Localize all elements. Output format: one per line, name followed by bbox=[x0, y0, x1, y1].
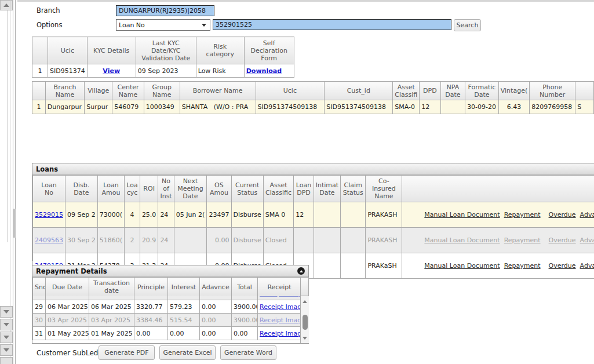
branch-input[interactable] bbox=[116, 5, 214, 16]
actions-header bbox=[402, 176, 594, 202]
co-insured-cell: PRAKaSH bbox=[366, 253, 402, 279]
triangle-down-icon bbox=[3, 348, 9, 352]
left-scrollbar-track[interactable] bbox=[8, 10, 8, 242]
repayment-panel: Repayment Details Snc Due Date Transacti… bbox=[32, 265, 309, 344]
scroll-up-button[interactable] bbox=[301, 297, 309, 305]
overdue-link[interactable]: Overdue bbox=[549, 262, 576, 270]
loans-table: Loan No Disb. Date Loan Amou Loa cyc ROI… bbox=[32, 175, 594, 279]
repayment-scroll-viewport[interactable]: 28 06 Feb 2025 06 Feb 2025 3161.61 738.3… bbox=[32, 296, 301, 344]
row-number-header bbox=[32, 82, 46, 100]
next-meeting-date-cell bbox=[174, 228, 206, 253]
scroll-down-button[interactable] bbox=[0, 344, 13, 356]
principle-cell: 3384.46 bbox=[134, 314, 168, 327]
scroll-down-button[interactable] bbox=[0, 306, 13, 318]
advance-link[interactable]: Advance bbox=[580, 262, 594, 270]
repayment-link[interactable]: Repayment bbox=[504, 211, 541, 219]
co-insured-name-header: Co-Insured Name bbox=[366, 176, 402, 202]
receipt-image-link[interactable]: Receipt Image bbox=[260, 330, 301, 337]
triangle-up-icon bbox=[303, 300, 307, 303]
repayment-panel-header[interactable]: Repayment Details bbox=[32, 265, 308, 277]
frame-scrollbar-rail[interactable] bbox=[13, 0, 16, 364]
receipt-image-link[interactable]: Receipt Image bbox=[260, 296, 301, 297]
top-frame-border bbox=[17, 0, 594, 2]
disb-date-cell: 09 Sep 2 bbox=[65, 202, 98, 228]
row-number-header bbox=[32, 37, 48, 64]
view-link[interactable]: View bbox=[103, 67, 120, 75]
scroll-down-button[interactable] bbox=[0, 319, 13, 330]
manual-loan-document-link[interactable]: Manual Loan Document bbox=[424, 236, 500, 244]
asset-classification-cell: Closed bbox=[263, 228, 293, 253]
options-label: Options bbox=[37, 21, 62, 29]
frame-scrollbar-thumb[interactable] bbox=[13, 209, 16, 238]
advance-cell: 0.00 bbox=[200, 314, 232, 327]
download-link[interactable]: Download bbox=[246, 67, 282, 75]
loan-actions-cell: Manual Loan DocumentRepaymentOverdueAdva… bbox=[402, 202, 594, 228]
branch-field-wrap bbox=[116, 5, 214, 16]
search-input[interactable] bbox=[213, 19, 451, 30]
loans-panel-title: Loans bbox=[36, 165, 58, 173]
generate-excel-button[interactable]: Generate Excel bbox=[159, 345, 216, 360]
center-name-header: Center Name bbox=[112, 82, 144, 100]
scrollbar-thumb[interactable] bbox=[303, 315, 308, 330]
overdue-link[interactable]: Overdue bbox=[549, 211, 576, 219]
loans-panel-header[interactable]: Loans bbox=[32, 163, 594, 175]
interest-header: Interest bbox=[168, 278, 200, 297]
generate-word-button[interactable]: Generate Word bbox=[220, 345, 276, 360]
scroll-down-button[interactable] bbox=[0, 332, 13, 343]
manual-loan-document-link[interactable]: Manual Loan Document bbox=[424, 262, 500, 270]
advance-link[interactable]: Advance bbox=[580, 236, 594, 244]
next-meeting-date-cell: 05 Jun 2( bbox=[174, 202, 206, 228]
vintage-header: Vintage( bbox=[498, 82, 529, 100]
claim-status-cell bbox=[341, 228, 366, 253]
ucic-cell: SID951374 bbox=[48, 64, 88, 78]
scroll-up-button[interactable] bbox=[0, 0, 13, 10]
repayment-link[interactable]: Repayment bbox=[504, 236, 541, 244]
advance-link[interactable]: Advance bbox=[580, 211, 594, 219]
receipt-image-link[interactable]: Receipt Image bbox=[260, 303, 301, 311]
options-select[interactable]: Loan No bbox=[116, 19, 210, 31]
sno-cell: 29 bbox=[33, 300, 46, 314]
intimation-date-cell bbox=[314, 253, 340, 279]
principle-cell: 3320.77 bbox=[134, 300, 168, 314]
total-cell: 3900.00 bbox=[232, 300, 258, 314]
formation-date-cell: 30-09-20 bbox=[465, 100, 499, 114]
cust-id-header: Cust_id bbox=[325, 82, 393, 100]
co-insured-cell: PRAKASH bbox=[366, 202, 402, 228]
generate-pdf-button[interactable]: Generate PDF bbox=[99, 345, 155, 360]
transaction-date-cell: 01 May 2025 bbox=[89, 327, 134, 340]
due-date-cell: 03 Apr 2025 bbox=[46, 314, 89, 327]
search-button[interactable]: Search bbox=[454, 19, 481, 31]
due-date-cell: 01 May 2025 bbox=[46, 327, 89, 340]
receipt-image-link[interactable]: Receipt Image bbox=[260, 316, 301, 324]
manual-loan-document-link[interactable]: Manual Loan Document bbox=[424, 211, 500, 219]
claim-status-cell bbox=[341, 253, 366, 279]
claim-status-cell bbox=[341, 202, 366, 228]
no-of-inst-cell: 24 bbox=[158, 228, 174, 253]
collapse-button[interactable] bbox=[297, 267, 305, 275]
dpd-cell: 12 bbox=[420, 100, 440, 114]
repayment-link[interactable]: Repayment bbox=[504, 262, 541, 270]
branch-label: Branch bbox=[37, 6, 60, 14]
triangle-down-icon bbox=[3, 323, 9, 326]
kyc-header-row: Ucic KYC Details Last KYC Date/KYC Valid… bbox=[32, 37, 294, 64]
borrower-name-cell: SHANTA (W/O : PRA bbox=[180, 100, 256, 114]
borrower-row: 1 Dungarpur Surpur 546079 1000349 SHANTA… bbox=[32, 100, 594, 114]
roi-header: ROI bbox=[140, 176, 158, 202]
total-header: Total bbox=[232, 278, 258, 297]
loan-no-link[interactable]: 2409563 bbox=[35, 236, 63, 244]
phone-number-cell: 8209769958 bbox=[530, 100, 575, 114]
loan-row: 2409563 30 Sep 2 51860( 2 20.9 24 0.00 D… bbox=[33, 228, 594, 253]
scroll-down-button[interactable] bbox=[301, 334, 309, 342]
row-number-cell: 1 bbox=[32, 100, 46, 114]
os-amount-header: OS Amou bbox=[207, 176, 231, 202]
principle-header: Principle bbox=[134, 278, 168, 297]
triangle-down-icon bbox=[3, 336, 9, 339]
scroll-down-button[interactable] bbox=[0, 357, 13, 364]
vintage-cell: 6.43 bbox=[498, 100, 529, 114]
overdue-link[interactable]: Overdue bbox=[549, 236, 576, 244]
repayment-scrollbar[interactable] bbox=[300, 296, 309, 343]
repayment-row: 30 03 Apr 2025 03 Apr 2025 3384.46 515.5… bbox=[33, 314, 301, 327]
repayment-panel-title: Repayment Details bbox=[36, 267, 107, 275]
loan-no-link[interactable]: 3529015 bbox=[35, 211, 63, 219]
npa-date-header: NPA Date bbox=[440, 82, 465, 100]
